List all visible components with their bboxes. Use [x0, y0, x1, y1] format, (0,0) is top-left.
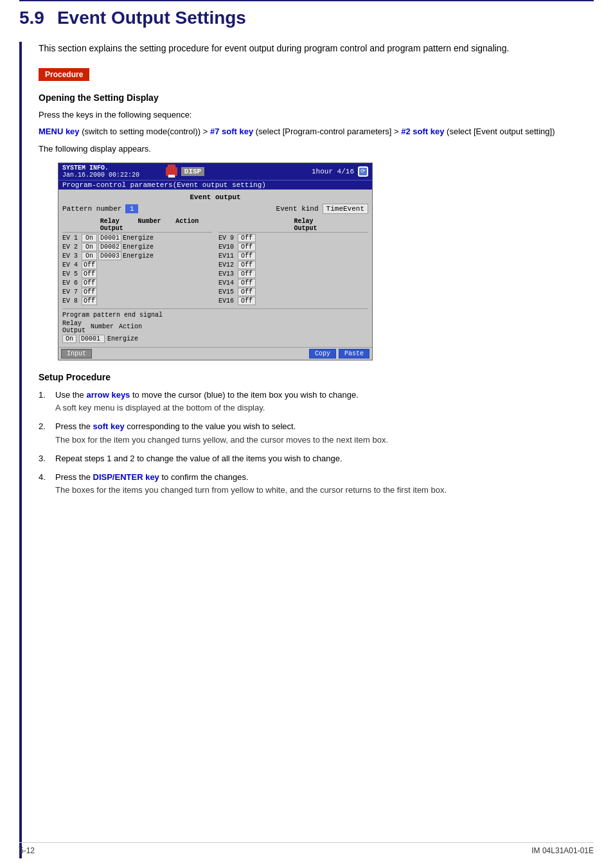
- panel-header: SYSTEM INFO. Jan.16.2000 00:22:20 DISP 1…: [58, 163, 372, 180]
- doc-id: IM 04L31A01-01E: [531, 846, 594, 855]
- procedure-badge: Procedure: [39, 68, 89, 81]
- ev-right-row: EV12 Off: [218, 261, 368, 269]
- menu-key-link: MENU key: [39, 127, 80, 136]
- signal-output-label: Output: [62, 327, 85, 334]
- pattern-label: Pattern number: [62, 205, 121, 213]
- ev-left-row: EV 7 Off: [62, 288, 212, 296]
- signal-section: Program pattern end signal Relay Output …: [62, 312, 368, 343]
- signal-action-val: Energize: [107, 335, 138, 342]
- signal-values: On D0001 Energize: [62, 335, 368, 343]
- copy-button[interactable]: Copy: [309, 349, 336, 359]
- signal-number-val: D0001: [79, 335, 105, 343]
- signal-row: Relay Output Number Action: [62, 320, 368, 334]
- signal-action-label: Action: [119, 323, 142, 330]
- section-title: Event Output Settings: [57, 8, 246, 28]
- opening-section: Opening the Setting Display Press the ke…: [39, 93, 574, 155]
- paste-button[interactable]: Paste: [339, 349, 369, 359]
- panel-body: Event output Pattern number 1 Event kind…: [58, 190, 372, 347]
- ev-left-row: EV 1 On D0001 Energize: [62, 234, 212, 242]
- pattern-value: 1: [125, 204, 138, 213]
- disp-label: DISP: [181, 167, 204, 176]
- step-sub: A soft key menu is displayed at the bott…: [55, 402, 574, 415]
- ev-right-row: EV15 Off: [218, 288, 368, 296]
- display-panel: SYSTEM INFO. Jan.16.2000 00:22:20 DISP 1…: [58, 163, 373, 360]
- panel-header-left: SYSTEM INFO. Jan.16.2000 00:22:20: [62, 164, 162, 179]
- ev-left-row: EV 3 On D0003 Energize: [62, 252, 212, 260]
- step2-end: (select [Event output setting]): [444, 127, 555, 136]
- step-1: 1. Use the arrow keys to move the cursor…: [39, 389, 574, 416]
- ev-left-rows: EV 1 On D0001 Energize EV 2 On D0002 Ene…: [62, 234, 212, 305]
- ev-right-rows: EV 9 Off EV10 Off EV11 Off EV12 Off EV13…: [218, 234, 368, 305]
- opening-title: Opening the Setting Display: [39, 93, 574, 103]
- ev-right-row: EV13 Off: [218, 270, 368, 278]
- ev-right-row: EV16 Off: [218, 297, 368, 305]
- event-kind-value: TimeEvent: [323, 204, 368, 214]
- signal-num-label: Number: [91, 323, 114, 330]
- event-kind-label: Event kind: [276, 205, 319, 213]
- soft7-link: #7 soft key: [210, 127, 253, 136]
- soft2-link: #2 soft key: [401, 127, 444, 136]
- pattern-row: Pattern number 1 Event kind TimeEvent: [62, 204, 368, 214]
- signal-relay-label: Relay: [62, 320, 82, 327]
- ev-left-row: EV 4 Off: [62, 261, 212, 269]
- step-4: 4. Press the DISP/ENTER key to confirm t…: [39, 471, 574, 498]
- step-main: 2. Press the soft key corresponding to t…: [39, 420, 574, 434]
- printer-icon: [166, 167, 177, 176]
- header-line1: SYSTEM INFO.: [62, 164, 162, 172]
- step-main: 1. Use the arrow keys to move the cursor…: [39, 389, 574, 402]
- hour-display: 1hour 4/16: [312, 168, 354, 175]
- printer-icon-area: [166, 167, 177, 176]
- header-line2: Jan.16.2000 00:22:20: [62, 172, 162, 179]
- page-footer: 5-12 IM 04L31A01-01E: [19, 842, 594, 855]
- section-number: 5.9: [19, 8, 44, 28]
- ev-right-row: EV10 Off: [218, 243, 368, 251]
- ev-col-right-header: RelayOutput: [218, 218, 368, 233]
- opening-step3: The following display appears.: [39, 142, 574, 156]
- ev-section-title: Event output: [62, 193, 368, 201]
- ev-left-row: EV 2 On D0002 Energize: [62, 243, 212, 251]
- divider: [62, 308, 368, 309]
- panel-subheader: Program-control parameters(Event output …: [58, 180, 372, 190]
- setup-steps: 1. Use the arrow keys to move the cursor…: [39, 389, 574, 498]
- step2-mid: (switch to setting mode(control)) >: [80, 127, 210, 136]
- signal-output-val: On: [62, 335, 76, 343]
- page-number: 5-12: [19, 846, 35, 855]
- intro-text: This section explains the setting proced…: [39, 41, 574, 55]
- ev-left-row: EV 6 Off: [62, 279, 212, 287]
- setup-section: Setup Procedure 1. Use the arrow keys to…: [39, 372, 574, 498]
- panel-footer: Input Copy Paste: [58, 347, 372, 360]
- input-button[interactable]: Input: [61, 349, 92, 359]
- ev-right-row: EV14 Off: [218, 279, 368, 287]
- step-sub: The boxes for the items you changed turn…: [55, 484, 574, 497]
- ev-left-row: EV 8 Off: [62, 297, 212, 305]
- ev-left-row: EV 5 Off: [62, 270, 212, 278]
- step-sub: The box for the item you changed turns y…: [55, 434, 574, 447]
- ev-columns: RelayOutput Number Action EV 1 On D0001 …: [62, 218, 368, 306]
- opening-step2: MENU key (switch to setting mode(control…: [39, 125, 574, 139]
- step-main: 4. Press the DISP/ENTER key to confirm t…: [39, 471, 574, 484]
- left-accent-bar: [19, 42, 22, 858]
- ev-right-row: EV 9 Off: [218, 234, 368, 242]
- step2-mid2: (select [Program-control parameters] >: [253, 127, 401, 136]
- opening-step1: Press the keys in the following sequence…: [39, 108, 574, 122]
- ev-col-right: RelayOutput EV 9 Off EV10 Off EV11 Off E…: [218, 218, 368, 306]
- ev-col-left-header: RelayOutput Number Action: [62, 218, 212, 233]
- setup-title: Setup Procedure: [39, 372, 574, 382]
- step-3: 3. Repeat steps 1 and 2 to change the va…: [39, 452, 574, 466]
- settings-icon: ⟳: [358, 166, 368, 177]
- ev-right-row: EV11 Off: [218, 252, 368, 260]
- step-2: 2. Press the soft key corresponding to t…: [39, 420, 574, 447]
- section-header: 5.9 Event Output Settings: [19, 0, 594, 28]
- signal-label: Program pattern end signal: [62, 312, 368, 319]
- step-main: 3. Repeat steps 1 and 2 to change the va…: [39, 452, 574, 466]
- ev-col-left: RelayOutput Number Action EV 1 On D0001 …: [62, 218, 212, 306]
